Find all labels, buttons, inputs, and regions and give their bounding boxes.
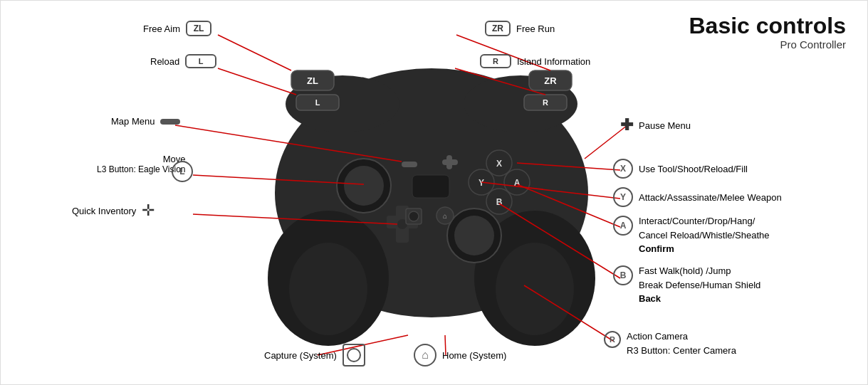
svg-text:Y: Y	[479, 178, 484, 188]
svg-text:X: X	[496, 159, 502, 169]
zr-button-icon: ZR	[485, 21, 511, 36]
b-button-label: B Fast Walk(hold) /Jump Break Defense/Hu…	[613, 264, 760, 306]
svg-line-38	[218, 35, 291, 70]
svg-point-35	[409, 211, 419, 221]
svg-point-4	[464, 75, 577, 132]
svg-point-16	[454, 216, 494, 255]
title-area: Basic controls Pro Controller	[689, 14, 846, 51]
reload-label: Reload L	[150, 54, 216, 68]
svg-point-1	[268, 211, 389, 346]
svg-text:A: A	[514, 178, 521, 188]
dpad-icon: ✛	[142, 201, 155, 220]
island-info-label: R Island Information	[480, 54, 590, 68]
a-button-icon: A	[613, 216, 633, 236]
l-button-icon: L	[185, 54, 216, 68]
free-aim-label: Free Aim ZL	[143, 21, 211, 36]
svg-point-0	[275, 68, 588, 317]
map-menu-label: Map Menu	[111, 116, 180, 127]
svg-point-20	[486, 150, 512, 176]
pause-menu-label: ✚ Pause Menu	[620, 116, 691, 135]
y-button-icon: Y	[613, 187, 633, 207]
capture-button-icon	[343, 344, 365, 366]
svg-point-2	[474, 211, 595, 346]
svg-point-36	[289, 243, 367, 335]
svg-point-24	[504, 169, 530, 195]
svg-rect-34	[406, 209, 422, 224]
y-button-label: Y Attack/Assassinate/Melee Weapon	[613, 187, 782, 207]
svg-line-45	[193, 214, 397, 224]
b-button-icon: B	[613, 265, 633, 285]
svg-line-44	[193, 175, 364, 184]
svg-rect-18	[387, 216, 418, 228]
svg-point-14	[344, 166, 384, 206]
l3-button-icon: L	[172, 161, 193, 182]
page-subtitle: Pro Controller	[689, 38, 846, 51]
svg-line-46	[517, 163, 620, 170]
svg-point-37	[496, 243, 574, 335]
x-button-icon: X	[613, 159, 633, 179]
svg-text:R: R	[543, 98, 548, 107]
x-button-label: X Use Tool/Shoot/Reload/Fill	[613, 159, 748, 179]
svg-text:⌂: ⌂	[443, 212, 447, 220]
action-camera-label: R Action Camera R3 Button: Center Camera	[604, 329, 736, 357]
svg-point-15	[447, 209, 501, 263]
svg-rect-31	[412, 175, 449, 198]
r-button-icon: R	[480, 54, 511, 68]
quick-inventory-label: Quick Inventory ✛	[72, 201, 155, 220]
svg-point-32	[436, 207, 454, 224]
svg-rect-5	[291, 70, 334, 90]
svg-point-22	[469, 169, 494, 195]
svg-rect-9	[296, 95, 339, 110]
svg-line-49	[499, 204, 620, 278]
home-button-icon: ⌂	[414, 344, 436, 366]
a-button-label: A Interact/Counter/Drop/Hang/ Cancel Rel…	[613, 214, 770, 256]
svg-text:B: B	[496, 197, 503, 207]
svg-line-41	[455, 68, 545, 95]
svg-line-48	[517, 184, 620, 227]
svg-point-13	[337, 159, 391, 213]
capture-label: Capture (System)	[264, 344, 365, 366]
svg-text:ZR: ZR	[544, 75, 557, 86]
svg-rect-17	[396, 206, 409, 243]
r3-button-icon: R	[604, 331, 621, 348]
svg-text:L: L	[315, 98, 320, 107]
home-label: ⌂ Home (System)	[414, 344, 506, 366]
svg-line-50	[524, 285, 613, 341]
svg-text:ZL: ZL	[307, 75, 318, 86]
svg-point-3	[286, 75, 399, 132]
svg-point-26	[486, 189, 512, 214]
svg-rect-28	[402, 162, 417, 167]
minus-button-icon	[160, 119, 180, 125]
svg-rect-29	[442, 159, 458, 165]
svg-point-19	[397, 219, 407, 229]
plus-button-icon: ✚	[620, 116, 633, 135]
svg-rect-7	[529, 70, 572, 90]
zl-button-icon: ZL	[186, 21, 211, 36]
svg-line-42	[175, 125, 402, 162]
svg-rect-30	[446, 155, 452, 169]
main-container: Basic controls Pro Controller ZL ZR L	[0, 0, 868, 385]
svg-line-40	[218, 68, 296, 95]
svg-rect-11	[524, 95, 567, 110]
free-run-label: ZR Free Run	[485, 21, 555, 36]
page-title: Basic controls	[689, 14, 846, 38]
svg-line-47	[481, 182, 620, 199]
